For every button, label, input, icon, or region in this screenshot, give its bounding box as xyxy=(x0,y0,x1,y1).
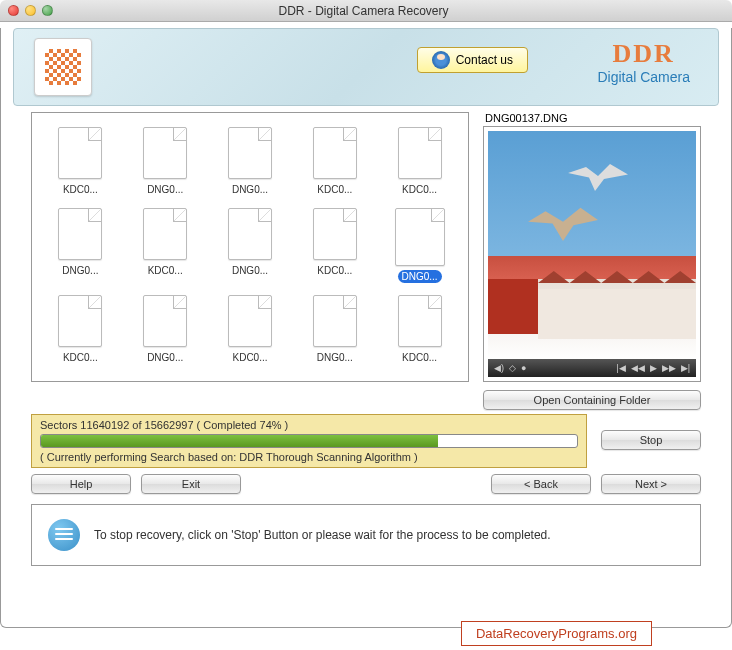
file-label: KDC0... xyxy=(59,351,102,364)
file-icon xyxy=(143,127,187,179)
record-icon[interactable]: ● xyxy=(521,363,526,373)
file-label: KDC0... xyxy=(313,183,356,196)
preview-image xyxy=(488,131,696,359)
file-icon xyxy=(313,208,357,260)
brand-subtitle: Digital Camera xyxy=(597,69,690,85)
file-label: DNG0... xyxy=(228,183,272,196)
file-item[interactable]: DNG0... xyxy=(127,123,204,200)
footer-link[interactable]: DataRecoveryPrograms.org xyxy=(461,621,652,646)
file-icon xyxy=(313,127,357,179)
volume-icon[interactable]: ◀) xyxy=(494,363,504,373)
file-icon xyxy=(58,208,102,260)
file-label: DNG0... xyxy=(143,183,187,196)
stop-icon[interactable]: ◇ xyxy=(509,363,516,373)
file-icon xyxy=(395,208,445,266)
banner: Contact us DDR Digital Camera xyxy=(13,28,719,106)
window-title: DDR - Digital Camera Recovery xyxy=(3,4,724,18)
file-label: DNG0... xyxy=(143,351,187,364)
preview-panel: DNG00137.DNG ◀) ◇ ● xyxy=(483,112,701,382)
help-button[interactable]: Help xyxy=(31,474,131,494)
tip-text: To stop recovery, click on 'Stop' Button… xyxy=(94,528,551,542)
file-label: KDC0... xyxy=(228,351,271,364)
window-body: Contact us DDR Digital Camera KDC0...DNG… xyxy=(0,28,732,628)
file-icon xyxy=(228,127,272,179)
tip-box: To stop recovery, click on 'Stop' Button… xyxy=(31,504,701,566)
file-icon xyxy=(58,295,102,347)
file-item[interactable]: DNG0... xyxy=(212,204,289,287)
open-containing-folder-button[interactable]: Open Containing Folder xyxy=(483,390,701,410)
progress-text: Sectors 11640192 of 15662997 ( Completed… xyxy=(40,419,578,431)
file-item[interactable]: KDC0... xyxy=(42,123,119,200)
bird-icon xyxy=(568,161,628,191)
house-graphic xyxy=(488,279,696,339)
titlebar: DDR - Digital Camera Recovery xyxy=(0,0,732,22)
file-item[interactable]: DNG0... xyxy=(42,204,119,287)
progress-algorithm: ( Currently performing Search based on: … xyxy=(40,451,578,463)
file-item[interactable]: KDC0... xyxy=(381,123,458,200)
file-icon xyxy=(58,127,102,179)
file-label: KDC0... xyxy=(398,351,441,364)
file-label: DNG0... xyxy=(313,351,357,364)
file-label: DNG0... xyxy=(58,264,102,277)
progress-fill xyxy=(41,435,438,447)
brand: DDR Digital Camera xyxy=(597,39,690,85)
brand-name: DDR xyxy=(597,39,690,69)
file-item[interactable]: KDC0... xyxy=(296,123,373,200)
file-icon xyxy=(398,295,442,347)
person-icon xyxy=(432,51,450,69)
play-icon[interactable]: ▶ xyxy=(650,363,657,373)
preview-box: ◀) ◇ ● |◀ ◀◀ ▶ ▶▶ ▶| xyxy=(483,126,701,382)
back-button[interactable]: < Back xyxy=(491,474,591,494)
next-button[interactable]: Next > xyxy=(601,474,701,494)
file-item[interactable]: KDC0... xyxy=(381,291,458,368)
exit-button[interactable]: Exit xyxy=(141,474,241,494)
file-label: KDC0... xyxy=(313,264,356,277)
file-item[interactable]: DNG0... xyxy=(127,291,204,368)
file-label: KDC0... xyxy=(144,264,187,277)
file-item[interactable]: KDC0... xyxy=(127,204,204,287)
media-controls: ◀) ◇ ● |◀ ◀◀ ▶ ▶▶ ▶| xyxy=(488,359,696,377)
bird-icon xyxy=(528,206,598,241)
forward-icon[interactable]: ▶▶ xyxy=(662,363,676,373)
logo-pattern-icon xyxy=(45,49,81,85)
file-icon xyxy=(313,295,357,347)
file-icon xyxy=(143,208,187,260)
file-item[interactable]: KDC0... xyxy=(212,291,289,368)
file-icon xyxy=(228,208,272,260)
file-grid-container: KDC0...DNG0...DNG0...KDC0...KDC0...DNG0.… xyxy=(31,112,469,382)
file-item[interactable]: DNG0... xyxy=(381,204,458,287)
file-label: KDC0... xyxy=(398,183,441,196)
contact-label: Contact us xyxy=(456,53,513,67)
rewind-icon[interactable]: ◀◀ xyxy=(631,363,645,373)
preview-filename: DNG00137.DNG xyxy=(483,112,701,124)
progress-box: Sectors 11640192 of 15662997 ( Completed… xyxy=(31,414,587,468)
contact-us-button[interactable]: Contact us xyxy=(417,47,528,73)
file-item[interactable]: KDC0... xyxy=(42,291,119,368)
file-icon xyxy=(228,295,272,347)
file-item[interactable]: DNG0... xyxy=(212,123,289,200)
file-label: DNG0... xyxy=(398,270,442,283)
file-icon xyxy=(398,127,442,179)
next-icon[interactable]: ▶| xyxy=(681,363,690,373)
prev-icon[interactable]: |◀ xyxy=(616,363,625,373)
file-label: DNG0... xyxy=(228,264,272,277)
file-label: KDC0... xyxy=(59,183,102,196)
file-grid: KDC0...DNG0...DNG0...KDC0...KDC0...DNG0.… xyxy=(42,123,458,368)
progress-bar xyxy=(40,434,578,448)
stop-button[interactable]: Stop xyxy=(601,430,701,450)
file-icon xyxy=(143,295,187,347)
file-item[interactable]: KDC0... xyxy=(296,204,373,287)
info-icon xyxy=(48,519,80,551)
file-item[interactable]: DNG0... xyxy=(296,291,373,368)
app-logo xyxy=(34,38,92,96)
